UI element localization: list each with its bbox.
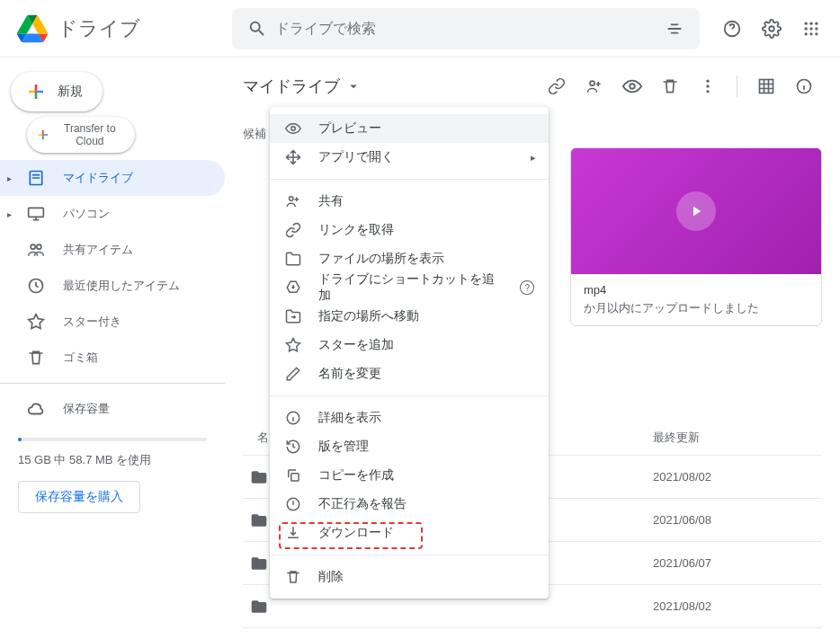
new-button-label: 新規 [58, 84, 83, 100]
apps-icon[interactable] [793, 11, 829, 47]
menu-item-trash[interactable]: 削除 [270, 563, 549, 591]
cloud-icon [25, 398, 47, 420]
storage-section: 15 GB 中 58.7 MB を使用 保存容量を購入 [0, 427, 225, 524]
divider [270, 395, 549, 396]
eye-icon [284, 120, 302, 138]
svg-rect-20 [760, 80, 773, 93]
svg-point-8 [805, 32, 808, 35]
search-input[interactable] [275, 21, 657, 37]
breadcrumb-label: マイドライブ [243, 75, 340, 97]
svg-point-16 [630, 84, 635, 89]
menu-item-move-arrows[interactable]: アプリで開く▸ [270, 143, 549, 172]
menu-item-history[interactable]: 版を管理 [270, 432, 549, 461]
menu-item-folder-outline[interactable]: ファイルの場所を表示 [270, 244, 549, 273]
help-badge-icon[interactable]: ? [520, 280, 534, 295]
person-add-icon [284, 192, 302, 210]
expand-icon[interactable]: ▸ [7, 173, 22, 183]
menu-item-copy[interactable]: コピーを作成 [270, 461, 549, 490]
expand-icon[interactable]: ▸ [7, 209, 22, 219]
nav-label: 共有アイテム [63, 242, 133, 258]
search-options-icon[interactable] [657, 11, 693, 47]
nav-label: ゴミ箱 [63, 350, 98, 366]
sidebar-item[interactable]: ▸マイドライブ [0, 160, 225, 196]
menu-item-pencil[interactable]: 名前を変更 [270, 359, 549, 388]
divider [270, 555, 549, 555]
svg-point-3 [809, 22, 812, 24]
share-icon[interactable] [576, 68, 612, 104]
menu-label: 名前を変更 [318, 366, 381, 382]
search-icon[interactable] [239, 11, 275, 47]
sidebar-item[interactable]: ゴミ箱 [0, 340, 225, 376]
menu-item-download[interactable]: ダウンロード [270, 519, 549, 547]
menu-label: アプリで開く [318, 149, 394, 165]
settings-icon[interactable] [754, 11, 790, 47]
svg-point-7 [815, 27, 818, 30]
menu-item-link[interactable]: リンクを取得 [270, 216, 549, 244]
menu-item-drive-shortcut[interactable]: ドライブにショートカットを追加? [270, 273, 549, 302]
logo-area: ドライブ [7, 11, 232, 47]
menu-item-eye[interactable]: プレビュー [270, 114, 549, 143]
menu-label: コピーを作成 [318, 467, 394, 484]
file-row[interactable]: 2021/08/04 [243, 628, 822, 639]
menu-label: ドライブにショートカットを追加 [318, 271, 503, 304]
folder-move-icon [284, 307, 302, 325]
search-bar[interactable] [232, 8, 700, 49]
info-icon[interactable] [786, 68, 822, 104]
menu-label: 不正行為を報告 [318, 496, 407, 512]
grid-view-icon[interactable] [748, 68, 784, 104]
plus-icon [25, 81, 47, 102]
menu-item-report[interactable]: 不正行為を報告 [270, 490, 549, 519]
folder-icon [250, 598, 268, 616]
sidebar-item[interactable]: ▸パソコン [0, 196, 225, 232]
folder-icon [250, 468, 268, 486]
nav-label: スター付き [63, 314, 121, 330]
breadcrumb[interactable]: マイドライブ [243, 75, 362, 97]
nav-icon [25, 203, 47, 225]
transfer-button[interactable]: Transfer to Cloud [27, 117, 135, 153]
menu-label: リンクを取得 [318, 222, 394, 238]
file-date: 2021/06/08 [653, 513, 815, 527]
file-date: 2021/08/02 [653, 470, 815, 484]
header: ドライブ [0, 0, 840, 58]
folder-outline-icon [284, 250, 302, 268]
divider [270, 179, 549, 180]
nav-icon [25, 275, 47, 297]
sidebar-storage[interactable]: 保存容量 [0, 391, 225, 427]
menu-label: プレビュー [318, 120, 381, 137]
nav-label: パソコン [63, 206, 110, 222]
chevron-down-icon [345, 78, 362, 94]
sidebar-item[interactable]: スター付き [0, 304, 225, 340]
buy-storage-button[interactable]: 保存容量を購入 [18, 481, 140, 513]
suggestion-card[interactable]: mp4 か月以内にアップロードしました [570, 147, 822, 326]
storage-text: 15 GB 中 58.7 MB を使用 [18, 452, 207, 468]
svg-point-12 [31, 244, 35, 249]
context-menu: プレビューアプリで開く▸共有リンクを取得ファイルの場所を表示ドライブにショートカ… [270, 107, 549, 599]
file-date: 2021/08/02 [653, 599, 815, 613]
pencil-icon [284, 365, 302, 383]
menu-item-info[interactable]: 詳細を表示 [270, 404, 549, 432]
menu-item-folder-move[interactable]: 指定の場所へ移動 [270, 302, 549, 331]
nav-icon [25, 239, 47, 261]
star-icon [284, 336, 302, 354]
preview-icon[interactable] [614, 68, 650, 104]
menu-label: 詳細を表示 [318, 410, 381, 426]
sidebar-item[interactable]: 最近使用したアイテム [0, 268, 225, 304]
menu-label: 版を管理 [318, 439, 369, 455]
drive-logo-icon[interactable] [14, 11, 50, 47]
more-icon[interactable] [690, 68, 726, 104]
column-date[interactable]: 最終更新 [653, 430, 815, 446]
help-icon[interactable] [714, 11, 750, 47]
trash-icon[interactable] [652, 68, 688, 104]
svg-point-28 [290, 197, 294, 201]
nav-label: 最近使用したアイテム [63, 278, 180, 294]
new-button[interactable]: 新規 [11, 72, 103, 111]
sidebar-item[interactable]: 共有アイテム [0, 232, 225, 268]
card-title: mp4 [584, 283, 809, 297]
svg-point-13 [37, 244, 41, 249]
menu-item-star[interactable]: スターを追加 [270, 331, 549, 359]
get-link-icon[interactable] [539, 68, 575, 104]
move-arrows-icon [284, 148, 302, 166]
menu-item-person-add[interactable]: 共有 [270, 187, 549, 216]
download-icon [284, 524, 302, 542]
storage-bar [18, 438, 207, 441]
